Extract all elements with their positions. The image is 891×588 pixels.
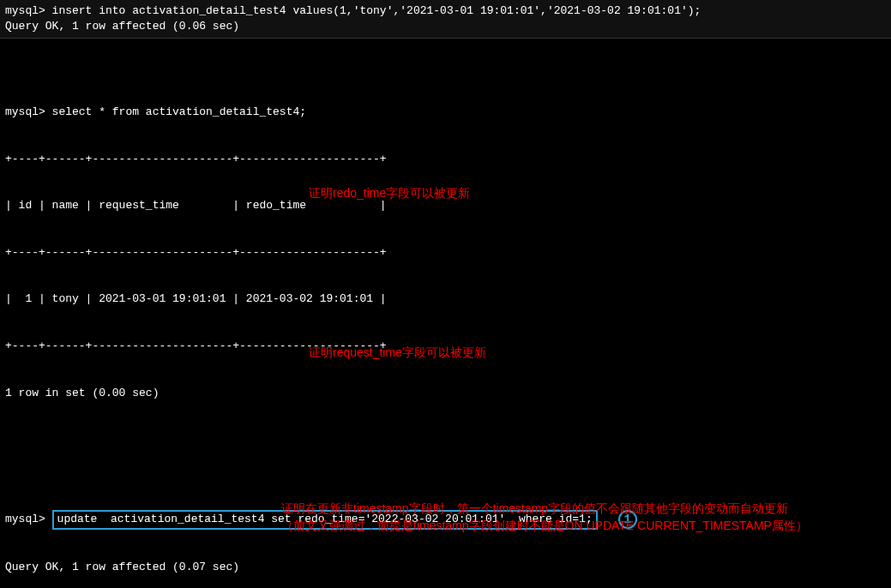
select-cmd-1: mysql> select * from activation_detail_t… (5, 105, 886, 120)
annotation-text-2: 证明request_time字段可以被更新 (309, 345, 486, 362)
rows-in-set: 1 row in set (0.00 sec) (5, 386, 886, 401)
insert-result: Query OK, 1 row affected (0.06 sec) (5, 19, 886, 34)
mysql-prompt: mysql> (5, 513, 52, 525)
annotation-text-3a: 证明在更新非timestamp字段时，第一个timestamp字段的值不会跟随其… (281, 501, 788, 518)
table-sep: +----+------+---------------------+-----… (5, 245, 886, 261)
annotation-text-1: 证明redo_time字段可以被更新 (309, 185, 470, 202)
insert-command: mysql> insert into activation_detail_tes… (5, 3, 886, 19)
table-sep: +----+------+---------------------+-----… (5, 152, 886, 167)
table-row: | 1 | tony | 2021-03-01 19:01:01 | 2021-… (5, 291, 886, 307)
query-ok: Query OK, 1 row affected (0.07 sec) (5, 560, 886, 575)
terminal-header-block: mysql> insert into activation_detail_tes… (0, 0, 891, 39)
annotation-text-3b: （前文又强调过，前提是timestamp字段创建时不能是ON UPDATE CU… (281, 518, 808, 535)
